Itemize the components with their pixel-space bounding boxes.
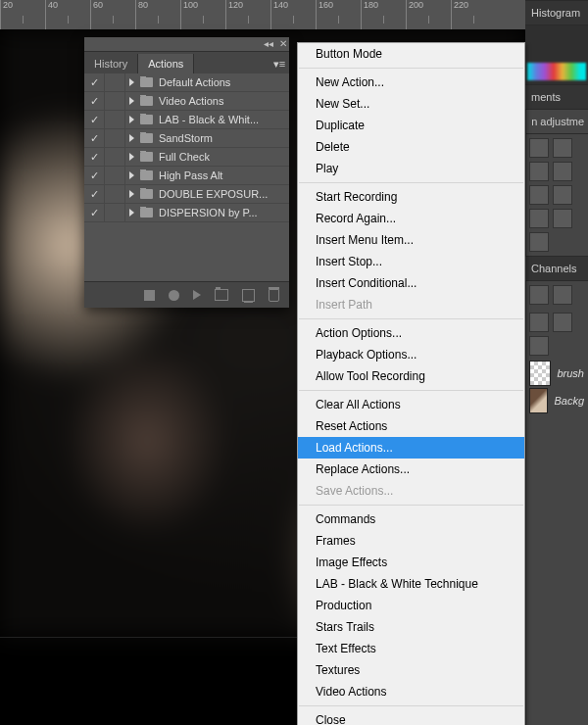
menu-item[interactable]: Action Options... bbox=[298, 322, 524, 344]
action-set-row[interactable]: ✓Video Actions bbox=[84, 92, 289, 111]
tab-history[interactable]: History bbox=[84, 54, 138, 73]
menu-item[interactable]: Delete bbox=[298, 136, 524, 158]
menu-item[interactable]: Insert Conditional... bbox=[298, 272, 524, 294]
menu-item[interactable]: Load Actions... bbox=[298, 437, 524, 459]
horizontal-ruler: 20406080100120140160180200220 bbox=[0, 0, 525, 29]
ruler-tick: 160 bbox=[316, 0, 361, 29]
toggle-checkbox[interactable]: ✓ bbox=[84, 148, 105, 166]
toggle-checkbox[interactable]: ✓ bbox=[84, 111, 105, 128]
actions-footer bbox=[84, 281, 289, 308]
adj-icon[interactable] bbox=[553, 209, 572, 228]
panel-icon[interactable] bbox=[529, 336, 549, 356]
menu-item[interactable]: Stars Trails bbox=[298, 616, 524, 638]
action-set-row[interactable]: ✓LAB - Black & Whit... bbox=[84, 111, 289, 129]
dialog-toggle[interactable] bbox=[105, 167, 125, 184]
layer-row[interactable]: brush bbox=[525, 360, 588, 387]
dialog-toggle[interactable] bbox=[105, 111, 125, 128]
menu-item[interactable]: Insert Stop... bbox=[298, 251, 524, 272]
action-set-row[interactable]: ✓SandStorm bbox=[84, 129, 289, 148]
menu-item[interactable]: Replace Actions... bbox=[298, 459, 524, 480]
menu-item[interactable]: Production bbox=[298, 595, 524, 616]
channel-icon[interactable] bbox=[529, 285, 549, 305]
play-icon[interactable] bbox=[193, 290, 201, 300]
menu-item[interactable]: Frames bbox=[298, 530, 524, 552]
dialog-toggle[interactable] bbox=[105, 92, 125, 110]
folder-icon bbox=[140, 133, 153, 143]
record-icon[interactable] bbox=[169, 290, 179, 301]
menu-item[interactable]: Play bbox=[298, 158, 524, 179]
menu-item[interactable]: Close bbox=[298, 709, 524, 725]
channel-icon[interactable] bbox=[553, 285, 572, 305]
adj-icon[interactable] bbox=[553, 162, 572, 181]
disclosure-icon[interactable] bbox=[129, 153, 134, 161]
toggle-checkbox[interactable]: ✓ bbox=[84, 185, 105, 203]
stop-icon[interactable] bbox=[144, 290, 155, 301]
disclosure-icon[interactable] bbox=[129, 78, 134, 86]
dialog-toggle[interactable] bbox=[105, 129, 125, 147]
menu-item[interactable]: Text Effects bbox=[298, 638, 524, 659]
histogram-graph bbox=[525, 25, 588, 84]
panel-menu-button[interactable]: ▾≡ bbox=[270, 55, 289, 73]
panel-icon[interactable] bbox=[553, 313, 572, 332]
action-set-row[interactable]: ✓High Pass Alt bbox=[84, 167, 289, 185]
disclosure-icon[interactable] bbox=[129, 209, 134, 217]
actions-list-empty bbox=[84, 222, 289, 281]
new-set-icon[interactable] bbox=[215, 289, 228, 301]
adj-icon[interactable] bbox=[529, 209, 549, 228]
new-action-icon[interactable] bbox=[242, 289, 255, 302]
ruler-value: 80 bbox=[138, 0, 148, 10]
tab-adjustments[interactable]: ments bbox=[525, 84, 588, 110]
menu-item[interactable]: LAB - Black & White Technique bbox=[298, 573, 524, 595]
menu-item[interactable]: New Set... bbox=[298, 93, 524, 115]
menu-item[interactable]: Clear All Actions bbox=[298, 394, 524, 415]
menu-item[interactable]: Video Actions bbox=[298, 681, 524, 702]
menu-item[interactable]: Duplicate bbox=[298, 115, 524, 136]
toggle-checkbox[interactable]: ✓ bbox=[84, 167, 105, 184]
adj-icon[interactable] bbox=[529, 162, 549, 181]
adj-icon[interactable] bbox=[529, 185, 549, 205]
action-set-row[interactable]: ✓DOUBLE EXPOSUR... bbox=[84, 185, 289, 204]
menu-item[interactable]: Textures bbox=[298, 659, 524, 681]
menu-item[interactable]: Record Again... bbox=[298, 208, 524, 229]
disclosure-icon[interactable] bbox=[129, 171, 134, 179]
menu-item[interactable]: Start Recording bbox=[298, 186, 524, 208]
menu-item[interactable]: Commands bbox=[298, 508, 524, 530]
collapse-icon[interactable]: ◂◂ bbox=[264, 38, 273, 49]
toggle-checkbox[interactable]: ✓ bbox=[84, 129, 105, 147]
adj-icon[interactable] bbox=[529, 232, 549, 252]
panel-icon[interactable] bbox=[529, 313, 549, 332]
tab-actions[interactable]: Actions bbox=[138, 54, 194, 73]
action-set-row[interactable]: ✓Default Actions bbox=[84, 73, 289, 92]
trash-icon[interactable] bbox=[269, 289, 279, 302]
dialog-toggle[interactable] bbox=[105, 185, 125, 203]
disclosure-icon[interactable] bbox=[129, 116, 134, 123]
menu-item[interactable]: Allow Tool Recording bbox=[298, 365, 524, 387]
toggle-checkbox[interactable]: ✓ bbox=[84, 92, 105, 110]
toggle-checkbox[interactable]: ✓ bbox=[84, 73, 105, 91]
toggle-checkbox[interactable]: ✓ bbox=[84, 204, 105, 221]
adj-icon[interactable] bbox=[553, 138, 572, 158]
tab-histogram[interactable]: Histogram bbox=[525, 0, 588, 25]
layer-thumb bbox=[529, 388, 548, 413]
action-set-row[interactable]: ✓DISPERSION by P... bbox=[84, 204, 289, 222]
action-set-row[interactable]: ✓Full Check bbox=[84, 148, 289, 167]
dialog-toggle[interactable] bbox=[105, 204, 125, 221]
menu-item[interactable]: Insert Menu Item... bbox=[298, 229, 524, 251]
menu-item[interactable]: Image Effects bbox=[298, 552, 524, 573]
adj-icon[interactable] bbox=[529, 138, 549, 158]
dialog-toggle[interactable] bbox=[105, 148, 125, 166]
menu-item[interactable]: Playback Options... bbox=[298, 344, 524, 365]
close-icon[interactable]: ✕ bbox=[279, 38, 287, 49]
tab-channels[interactable]: Channels bbox=[525, 256, 588, 281]
menu-item[interactable]: New Action... bbox=[298, 72, 524, 93]
layer-row[interactable]: Backg bbox=[525, 387, 588, 414]
panel-titlebar[interactable]: ◂◂ ✕ bbox=[84, 37, 289, 52]
disclosure-icon[interactable] bbox=[129, 134, 134, 142]
disclosure-icon[interactable] bbox=[129, 97, 134, 105]
dialog-toggle[interactable] bbox=[105, 73, 125, 91]
menu-item: Save Actions... bbox=[298, 480, 524, 502]
menu-item[interactable]: Reset Actions bbox=[298, 415, 524, 437]
menu-item[interactable]: Button Mode bbox=[298, 43, 524, 65]
disclosure-icon[interactable] bbox=[129, 190, 134, 198]
adj-icon[interactable] bbox=[553, 185, 572, 205]
